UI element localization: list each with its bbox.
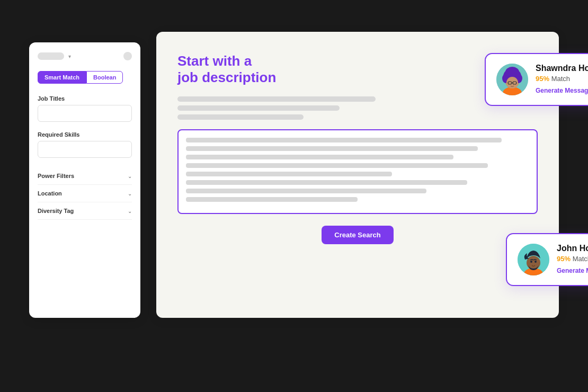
card-1-match: 95% Match [536,75,588,83]
placeholder-line-2 [177,105,340,111]
location-label: Location [38,190,62,197]
svg-point-17 [528,257,539,269]
ta-line-3 [186,155,453,159]
card-1-name: Shawndra Hope [536,64,588,73]
placeholder-lines-top [177,96,538,120]
panel-header-pill [38,52,64,60]
job-titles-input[interactable] [38,105,132,122]
diversity-tag-chevron: ⌄ [128,208,132,214]
svg-point-18 [530,261,532,263]
card-1-generate-message[interactable]: Generate Message [536,87,588,94]
ta-line-7 [186,189,426,193]
avatar-1 [496,64,528,95]
required-skills-label: Required Skills [38,131,132,138]
scene: ▾ Smart Match Boolean Job Titles Require… [29,32,559,360]
card-2-percent: 95% [557,255,571,263]
placeholder-line-1 [177,96,376,102]
main-panel: Start with ajob description Create Searc… [156,32,559,318]
card-2-generate-message[interactable]: Generate Message [557,267,588,274]
panel-header-circle [123,52,132,60]
create-search-button[interactable]: Create Search [322,226,393,244]
svg-point-9 [505,67,519,77]
card-2-match: 95% Match [557,255,588,263]
location-chevron: ⌄ [128,191,132,197]
power-filters-label: Power Filters [38,173,74,179]
ta-line-4 [186,163,488,168]
card-1-match-label: Match [551,75,570,83]
toggle-group: Smart Match Boolean [38,71,132,84]
job-titles-label: Job Titles [38,95,132,102]
avatar-2 [518,244,549,275]
diversity-tag-row[interactable]: Diversity Tag ⌄ [38,202,132,220]
ta-line-1 [186,138,502,142]
power-filters-row[interactable]: Power Filters ⌄ [38,167,132,185]
card-1-percent: 95% [536,75,549,83]
smart-match-toggle[interactable]: Smart Match [38,71,86,84]
card-2-info: John Hoc 95% Match Generate Message [557,244,588,274]
ta-line-2 [186,146,478,151]
panel-dropdown-arrow: ▾ [68,54,71,59]
power-filters-chevron: ⌄ [128,173,132,179]
ta-line-6 [186,180,467,185]
ta-line-5 [186,172,392,176]
panel-header: ▾ [38,52,132,60]
candidate-card-2: John Hoc 95% Match Generate Message [506,233,588,286]
card-2-match-label: Match [573,255,588,263]
location-row[interactable]: Location ⌄ [38,185,132,202]
main-title: Start with ajob description [177,53,538,86]
candidate-card-1: Shawndra Hope 95% Match Generate Message [485,53,588,106]
svg-point-19 [534,261,537,263]
job-description-textarea[interactable] [177,129,538,214]
required-skills-input[interactable] [38,141,132,158]
diversity-tag-label: Diversity Tag [38,208,74,214]
boolean-toggle[interactable]: Boolean [86,71,123,84]
card-2-name: John Hoc [557,244,588,253]
left-panel: ▾ Smart Match Boolean Job Titles Require… [29,42,140,318]
placeholder-line-3 [177,114,304,120]
ta-line-8 [186,197,358,202]
card-1-info: Shawndra Hope 95% Match Generate Message [536,64,588,94]
